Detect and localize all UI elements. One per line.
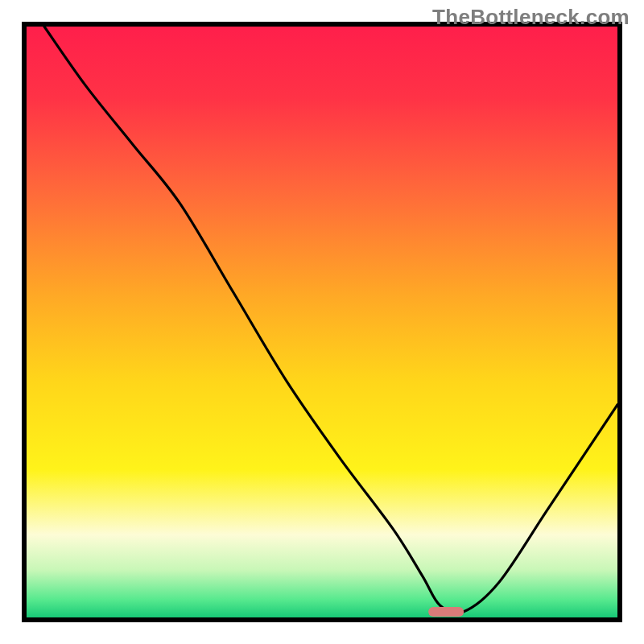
watermark-text: TheBottleneck.com: [432, 5, 630, 30]
bottleneck-chart: [0, 0, 644, 644]
optimum-marker: [428, 607, 464, 617]
plot-background: [27, 27, 617, 617]
chart-container: TheBottleneck.com: [0, 0, 644, 644]
